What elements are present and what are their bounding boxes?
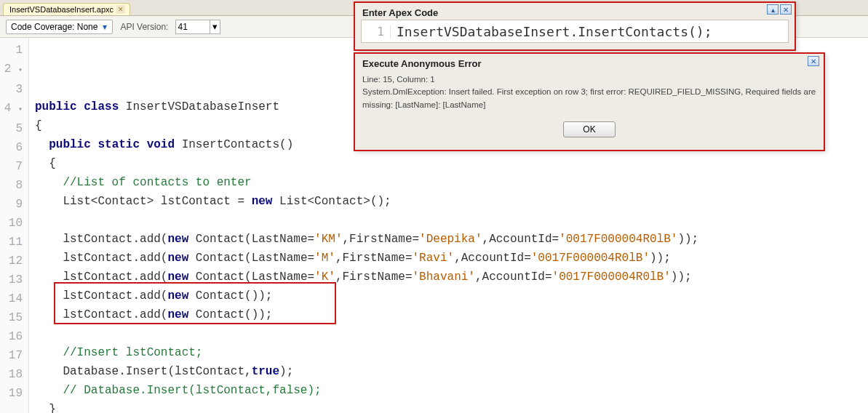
- line-number: 2 ▾: [0, 60, 23, 80]
- code-line[interactable]: lstContact.add(new Contact(LastName='M',…: [35, 249, 868, 268]
- line-gutter: 12 ▾34 ▾5678910111213141516171819: [0, 38, 29, 413]
- ok-button[interactable]: OK: [563, 121, 616, 137]
- line-number: 6: [0, 138, 23, 157]
- line-number: 18: [0, 365, 23, 384]
- line-number: 14: [0, 289, 23, 308]
- code-line[interactable]: lstContact.add(new Contact(LastName='KM'…: [35, 230, 868, 249]
- apex-line-number: 1: [362, 25, 391, 39]
- error-line1: Line: 15, Column: 1: [362, 73, 816, 86]
- code-line[interactable]: //List of contacts to enter: [35, 173, 868, 192]
- code-line[interactable]: lstContact.add(new Contact());: [35, 286, 868, 305]
- code-coverage-label: Code Coverage: None: [11, 22, 97, 32]
- enter-apex-panel: Enter Apex Code ▴ ✕ 1: [354, 1, 796, 51]
- line-number: 15: [0, 308, 23, 327]
- close-icon[interactable]: ✕: [808, 56, 819, 66]
- line-number: 1: [0, 41, 23, 60]
- error-title: Execute Anonymous Error: [355, 54, 824, 72]
- line-number: 19: [0, 384, 23, 403]
- line-number: 11: [0, 233, 23, 252]
- code-line[interactable]: Database.Insert(lstContact,true);: [35, 362, 868, 381]
- minimize-icon[interactable]: ▴: [767, 4, 779, 15]
- error-panel: Execute Anonymous Error ✕ Line: 15, Colu…: [354, 52, 825, 151]
- close-icon[interactable]: ✕: [116, 5, 125, 14]
- api-version-input[interactable]: [175, 20, 210, 34]
- line-number: 9: [0, 195, 23, 214]
- line-number: 3: [0, 80, 23, 99]
- line-number: 16: [0, 327, 23, 346]
- code-line[interactable]: {: [35, 154, 868, 173]
- code-coverage-dropdown[interactable]: Code Coverage: None ▾: [6, 20, 113, 34]
- api-version-label: API Version:: [120, 22, 168, 32]
- line-number: 4 ▾: [0, 99, 23, 119]
- file-tab[interactable]: InsertVSDatabaseInsert.apxc ✕: [3, 3, 130, 15]
- line-number: 8: [0, 176, 23, 195]
- chevron-down-icon: ▾: [100, 23, 109, 31]
- code-line[interactable]: List<Contact> lstContact = new List<Cont…: [35, 192, 868, 211]
- line-number: 7: [0, 157, 23, 176]
- apex-code-row: 1: [361, 20, 789, 43]
- code-line[interactable]: }: [35, 400, 868, 413]
- code-line[interactable]: // Database.Insert(lstContact,false);: [35, 381, 868, 400]
- fold-icon[interactable]: ▾: [18, 61, 23, 80]
- enter-apex-title: Enter Apex Code: [355, 3, 795, 20]
- error-body: Line: 15, Column: 1 System.DmlException:…: [355, 72, 824, 116]
- line-number: 12: [0, 252, 23, 270]
- error-line2: System.DmlException: Insert failed. Firs…: [362, 86, 816, 111]
- code-line[interactable]: //Insert lstContact;: [35, 343, 868, 362]
- line-number: 5: [0, 119, 23, 138]
- tab-filename: InsertVSDatabaseInsert.apxc: [9, 5, 114, 14]
- code-line[interactable]: lstContact.add(new Contact());: [35, 305, 868, 324]
- code-line[interactable]: [35, 211, 868, 230]
- code-line[interactable]: [35, 324, 868, 343]
- chevron-down-icon[interactable]: ▾: [210, 20, 220, 34]
- line-number: 10: [0, 214, 23, 233]
- code-line[interactable]: lstContact.add(new Contact(LastName='K',…: [35, 268, 868, 286]
- fold-icon[interactable]: ▾: [18, 100, 23, 119]
- line-number: 13: [0, 270, 23, 289]
- line-number: 17: [0, 346, 23, 365]
- apex-code-input[interactable]: [391, 24, 788, 39]
- close-icon[interactable]: ✕: [780, 4, 792, 15]
